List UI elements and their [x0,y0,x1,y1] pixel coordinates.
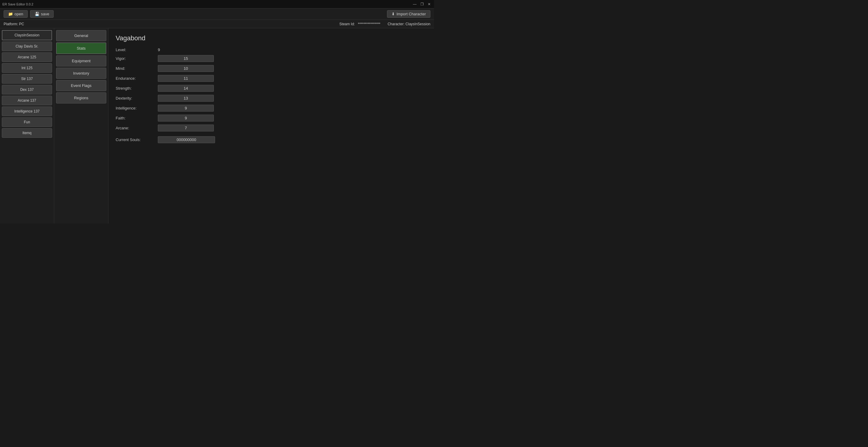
char-btn-str-137[interactable]: Str 137 [2,74,52,83]
open-icon: 📁 [8,12,13,16]
import-label: Import Character [396,12,426,16]
section-btn-general[interactable]: General [56,30,106,41]
save-button[interactable]: 💾 save [30,10,54,18]
character-sidebar: ClaysInSessionClay Davis Sr.Arcane 125In… [0,28,54,224]
open-button[interactable]: 📁 open [4,10,28,18]
stat-label-4: Dexterity: [116,96,158,100]
import-character-button[interactable]: ⬇ Import Character [387,10,430,18]
app-title: ER Save Editor 0.0.2 [2,2,33,6]
character-info: Character: ClaysInSession [388,22,430,26]
char-btn-clay-davis[interactable]: Clay Davis Sr. [2,41,52,51]
section-btn-equipment[interactable]: Equipment [56,55,106,67]
stat-label-1: Mind: [116,66,158,71]
title-bar: ER Save Editor 0.0.2 — ❐ ✕ [0,0,434,8]
stat-input-1[interactable] [158,65,214,72]
stat-row-1: Mind: [116,65,427,72]
status-right: Steam Id: **************** Character: Cl… [339,22,430,26]
stat-row-7: Arcane: [116,125,427,132]
stat-input-6[interactable] [158,114,214,122]
save-icon: 💾 [35,12,39,16]
stat-input-7[interactable] [158,125,214,132]
char-btn-fun[interactable]: Fun [2,117,52,127]
restore-button[interactable]: ❐ [420,2,424,7]
level-row: Level: 9 [116,47,427,52]
window-controls: — ❐ ✕ [412,2,432,7]
stat-label-0: Vigor: [116,56,158,61]
char-btn-dex-137[interactable]: Dex 137 [2,85,52,95]
close-button[interactable]: ✕ [427,2,432,7]
stat-row-3: Strength: [116,85,427,92]
section-btn-regions[interactable]: Regions [56,92,106,103]
stat-row-6: Faith: [116,114,427,122]
platform-label: Platform: PC [4,22,24,26]
steam-id-label: Steam Id: **************** [339,22,380,26]
status-bar: Platform: PC Steam Id: **************** … [0,20,434,28]
import-icon: ⬇ [392,12,395,16]
main-layout: ClaysInSessionClay Davis Sr.Arcane 125In… [0,28,434,224]
souls-input[interactable] [158,136,215,143]
stat-label-6: Faith: [116,116,158,120]
section-btn-inventory[interactable]: Inventory [56,68,106,79]
toolbar: 📁 open 💾 save ⬇ Import Character [0,8,434,20]
steam-id-value: **************** [358,22,380,26]
save-label: save [41,12,49,16]
stat-label-2: Endurance: [116,76,158,81]
char-btn-clays[interactable]: ClaysInSession [2,30,52,40]
stats-rows: Vigor:Mind:Endurance:Strength:Dexterity:… [116,55,427,132]
char-btn-itemq[interactable]: Itemq [2,128,52,138]
stat-row-0: Vigor: [116,55,427,62]
stat-row-2: Endurance: [116,75,427,82]
stat-row-5: Intelligence: [116,105,427,112]
stat-input-2[interactable] [158,75,214,82]
minimize-button[interactable]: — [412,2,417,7]
souls-label: Current Souls: [116,137,158,142]
toolbar-left: 📁 open 💾 save [4,10,54,18]
open-label: open [14,12,23,16]
stat-label-5: Intelligence: [116,106,158,110]
char-btn-intelligence-137[interactable]: Intelligence 137 [2,106,52,116]
level-value: 9 [158,47,160,52]
stat-label-3: Strength: [116,86,158,91]
stat-row-4: Dexterity: [116,95,427,102]
character-class-name: Vagabond [116,34,427,42]
char-btn-arcane-125[interactable]: Arcane 125 [2,52,52,62]
level-label: Level: [116,47,158,52]
stat-input-0[interactable] [158,55,214,62]
stat-label-7: Arcane: [116,126,158,130]
section-sidebar: GeneralStatsEquipmentInventoryEvent Flag… [54,28,108,224]
content-area: Vagabond Level: 9 Vigor:Mind:Endurance:S… [108,28,434,224]
section-btn-event-flags[interactable]: Event Flags [56,80,106,91]
stat-input-4[interactable] [158,95,214,102]
souls-row: Current Souls: [116,136,427,143]
char-btn-arcane-137[interactable]: Arcane 137 [2,96,52,105]
section-btn-stats[interactable]: Stats [56,42,106,54]
stat-input-3[interactable] [158,85,214,92]
char-btn-int-125[interactable]: Int 125 [2,63,52,73]
stat-input-5[interactable] [158,105,214,112]
